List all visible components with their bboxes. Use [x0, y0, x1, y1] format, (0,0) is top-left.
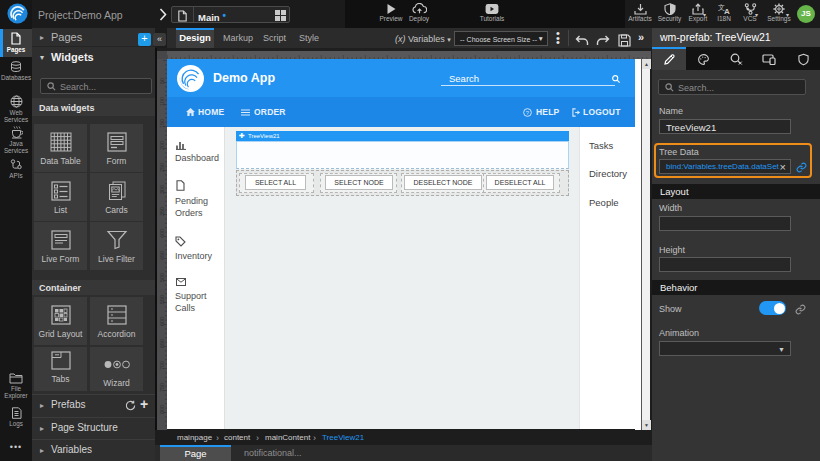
svg-text:50: 50: [159, 78, 165, 84]
svg-text:350: 350: [159, 207, 165, 216]
svg-text:450: 450: [159, 251, 165, 260]
svg-text:650: 650: [159, 339, 165, 348]
svg-text:A: A: [724, 7, 730, 15]
svg-text:600: 600: [159, 317, 165, 326]
svg-text:800: 800: [159, 405, 165, 414]
svg-text:550: 550: [159, 295, 165, 304]
svg-text:300: 300: [159, 185, 165, 194]
svg-text:500: 500: [159, 273, 165, 282]
svg-text:400: 400: [159, 229, 165, 238]
svg-text:100: 100: [159, 97, 165, 106]
svg-text:200: 200: [159, 141, 165, 150]
svg-text:?: ?: [526, 109, 530, 115]
svg-text:250: 250: [159, 163, 165, 172]
svg-text:700: 700: [159, 361, 165, 370]
svg-text:750: 750: [159, 383, 165, 392]
svg-text:150: 150: [159, 119, 165, 128]
